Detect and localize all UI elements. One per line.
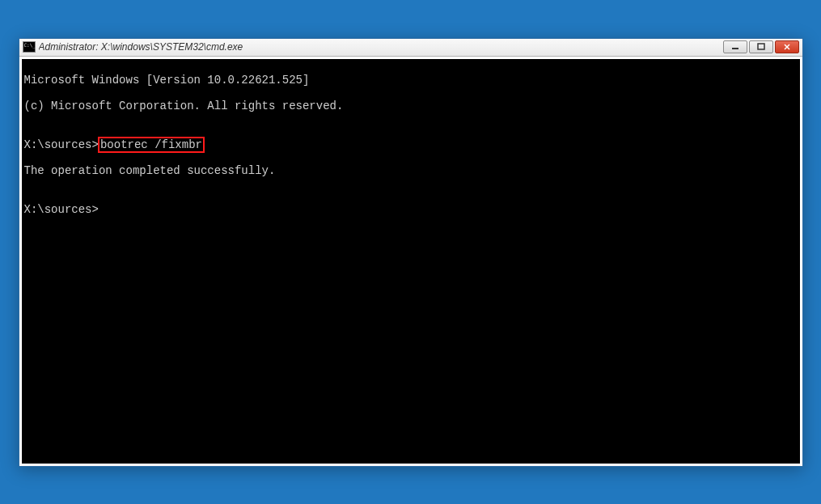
svg-rect-1 [758, 44, 764, 49]
terminal-line: The operation completed successfully. [24, 164, 798, 177]
maximize-icon [757, 43, 765, 51]
terminal-line: (c) Microsoft Corporation. All rights re… [24, 100, 798, 112]
titlebar[interactable]: Administrator: X:\windows\SYSTEM32\cmd.e… [19, 39, 802, 57]
terminal-prompt: X:\sources> [24, 203, 798, 216]
highlighted-command: bootrec /fixmbr [98, 137, 205, 153]
terminal-output[interactable]: Microsoft Windows [Version 10.0.22621.52… [22, 59, 800, 464]
window-controls [723, 40, 799, 53]
close-icon [783, 43, 791, 51]
svg-rect-0 [732, 48, 738, 49]
terminal-prompt-line: X:\sources>bootrec /fixmbr [24, 138, 798, 151]
terminal-line: Microsoft Windows [Version 10.0.22621.52… [24, 74, 798, 87]
close-button[interactable] [775, 40, 799, 53]
minimize-icon [731, 43, 739, 51]
prompt-prefix: X:\sources> [24, 138, 99, 151]
cmd-icon [23, 41, 36, 53]
cmd-window: Administrator: X:\windows\SYSTEM32\cmd.e… [19, 38, 803, 467]
maximize-button[interactable] [749, 40, 773, 53]
minimize-button[interactable] [723, 40, 747, 53]
window-title: Administrator: X:\windows\SYSTEM32\cmd.e… [39, 41, 723, 53]
